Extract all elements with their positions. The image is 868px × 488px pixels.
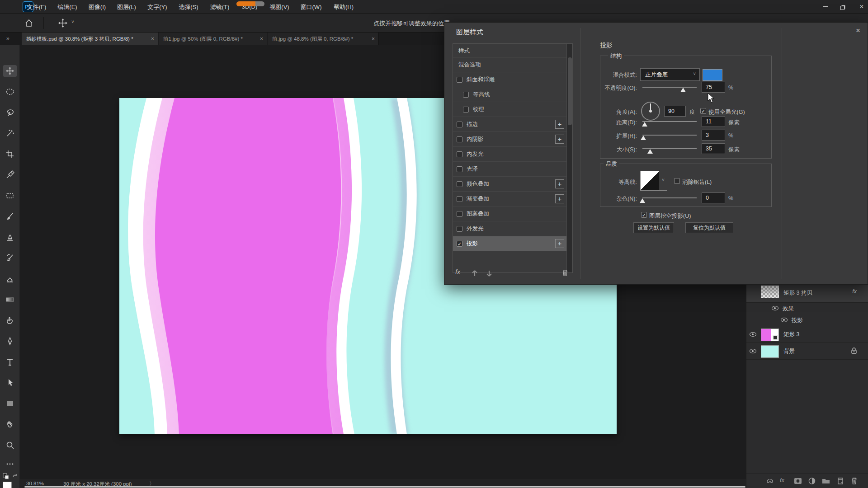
reset-default-button[interactable]: 复位为默认值 xyxy=(685,222,733,233)
tab-document-1[interactable]: 婚纱模板.psd @ 30.8% (矩形 3 拷贝, RGB/8) * × xyxy=(22,33,158,45)
layer-effects-row[interactable]: 效果 xyxy=(746,303,868,314)
fx-icon[interactable]: fx xyxy=(780,477,784,483)
visibility-eye-icon[interactable] xyxy=(772,306,778,310)
lasso-tool[interactable] xyxy=(3,107,17,118)
marquee-tool[interactable] xyxy=(3,86,17,98)
opacity-value[interactable]: 75 xyxy=(702,82,725,93)
chevron-down-icon[interactable]: ˅ xyxy=(71,19,74,24)
delete-trash-icon[interactable] xyxy=(850,477,858,485)
spread-slider-thumb[interactable] xyxy=(641,136,646,140)
menu-type[interactable]: 文字(Y) xyxy=(147,3,167,11)
menu-window[interactable]: 窗口(W) xyxy=(301,3,322,11)
layer-row-background[interactable]: 背景 xyxy=(746,343,868,360)
menu-layer[interactable]: 图层(L) xyxy=(117,3,136,11)
new-layer-icon[interactable] xyxy=(836,477,844,485)
gradient-tool[interactable] xyxy=(3,294,17,305)
zoom-tool[interactable] xyxy=(3,439,17,451)
group-folder-icon[interactable] xyxy=(821,478,830,484)
horizontal-scrollbar[interactable] xyxy=(24,486,745,488)
noise-slider-track[interactable] xyxy=(642,197,697,198)
layer-row-rect3[interactable]: 矩形 3 xyxy=(746,326,868,343)
angle-unit: 度 xyxy=(689,108,695,116)
layer-style-dialog: 图层样式 × 样式 混合选项 斜面和浮雕 等高线 纹理 描边+ 内阴影+ 内发光… xyxy=(444,22,868,285)
noise-slider-thumb[interactable] xyxy=(640,198,645,203)
smudge-tool[interactable] xyxy=(3,314,17,326)
distance-slider-thumb[interactable] xyxy=(642,122,647,127)
menu-help[interactable]: 帮助(H) xyxy=(334,3,354,11)
minimize-button[interactable] xyxy=(819,3,831,10)
foreground-color-swatch[interactable] xyxy=(3,482,12,488)
angle-dial[interactable] xyxy=(641,102,660,121)
tab-document-2[interactable]: 前1.jpg @ 50% (图层 0, RGB/8#) * × xyxy=(159,33,267,45)
visibility-eye-icon[interactable] xyxy=(781,318,788,322)
contour-dropdown-chevron[interactable]: ˅ xyxy=(660,171,667,191)
default-swap-colors-icon[interactable] xyxy=(2,473,18,482)
menu-select[interactable]: 选择(S) xyxy=(179,3,198,11)
add-mask-icon[interactable] xyxy=(793,477,802,485)
pen-tool[interactable] xyxy=(3,335,17,347)
size-value[interactable]: 35 xyxy=(702,143,725,154)
opacity-slider-thumb[interactable] xyxy=(680,88,686,92)
size-slider-thumb[interactable] xyxy=(647,149,653,154)
layer-knockout-checkbox[interactable]: ✓ xyxy=(641,212,647,218)
opacity-slider-track[interactable] xyxy=(642,87,697,88)
home-icon[interactable] xyxy=(24,19,33,29)
tab-overflow-chevron-icon[interactable]: » xyxy=(6,35,9,42)
noise-value[interactable]: 0 xyxy=(702,192,725,203)
spread-value[interactable]: 3 xyxy=(702,130,725,141)
restore-button[interactable] xyxy=(836,4,848,11)
menu-file[interactable]: 文件(F) xyxy=(27,3,47,11)
shape-rectangle-tool[interactable] xyxy=(3,398,17,409)
menu-bar: Ps 文件(F) 编辑(E) 图像(I) 图层(L) 文字(Y) 选择(S) 滤… xyxy=(0,0,868,14)
tab-close-icon[interactable]: × xyxy=(260,33,263,45)
tab-close-icon[interactable]: × xyxy=(151,33,154,45)
eyedropper-tool[interactable] xyxy=(3,169,17,181)
history-brush-tool[interactable] xyxy=(3,252,17,264)
spread-slider-track[interactable] xyxy=(642,135,697,136)
eraser-tool[interactable] xyxy=(3,273,17,285)
antialias-checkbox[interactable] xyxy=(674,178,680,184)
blend-mode-dropdown[interactable]: 正片叠底 ˅ xyxy=(640,68,700,81)
link-icon[interactable] xyxy=(765,478,774,485)
move-tool-options-icon[interactable] xyxy=(58,18,68,30)
menu-filter[interactable]: 滤镜(T) xyxy=(210,3,230,11)
zoom-level-value[interactable]: 30.81% xyxy=(26,481,44,486)
menu-image[interactable]: 图像(I) xyxy=(89,3,106,11)
distance-slider-track[interactable] xyxy=(642,121,697,122)
global-light-checkbox[interactable]: ✓ xyxy=(700,108,706,114)
menu-view[interactable]: 视图(V) xyxy=(269,3,289,11)
set-default-button[interactable]: 设置为默认值 xyxy=(633,222,674,233)
move-tool[interactable] xyxy=(3,65,17,77)
clone-stamp-tool[interactable] xyxy=(3,231,17,243)
path-select-tool[interactable] xyxy=(3,377,17,389)
layer-thumbnail[interactable] xyxy=(761,286,779,298)
more-tools-icon[interactable] xyxy=(3,458,17,470)
angle-value[interactable]: 90 xyxy=(664,106,686,117)
magic-wand-tool[interactable] xyxy=(3,127,17,139)
distance-label: 距离(D): xyxy=(587,119,637,127)
layer-name[interactable]: 背景 xyxy=(783,347,795,355)
brush-tool[interactable] xyxy=(3,211,17,222)
menu-edit[interactable]: 编辑(E) xyxy=(57,3,77,11)
visibility-eye-icon[interactable] xyxy=(750,349,756,353)
close-window-button[interactable]: × xyxy=(856,3,868,11)
crop-tool[interactable] xyxy=(3,148,17,160)
tab-close-icon[interactable]: × xyxy=(372,33,375,45)
contour-thumbnail[interactable] xyxy=(640,171,660,191)
layer-dropshadow-row[interactable]: 投影 xyxy=(746,314,868,326)
adjustment-layer-icon[interactable] xyxy=(808,477,816,485)
tab-document-3[interactable]: 前.jpg @ 48.8% (图层 0, RGB/8#) * × xyxy=(268,33,379,45)
layer-name[interactable]: 矩形 3 xyxy=(783,331,799,338)
type-tool[interactable] xyxy=(3,356,17,368)
fx-badge[interactable]: fx xyxy=(852,288,857,295)
layer-thumbnail[interactable] xyxy=(761,328,779,341)
shadow-color-swatch[interactable] xyxy=(703,69,722,81)
distance-value[interactable]: 11 xyxy=(702,116,725,127)
healing-patch-tool[interactable] xyxy=(3,190,17,202)
layer-name[interactable]: 矩形 3 拷贝 xyxy=(783,289,812,297)
hand-tool[interactable] xyxy=(3,418,17,430)
layer-thumbnail[interactable] xyxy=(761,345,779,358)
dialog-close-icon[interactable]: × xyxy=(856,26,860,35)
tool-hint-text: 点按并拖移可调整效果的位置 xyxy=(373,19,450,28)
visibility-eye-icon[interactable] xyxy=(750,332,756,337)
